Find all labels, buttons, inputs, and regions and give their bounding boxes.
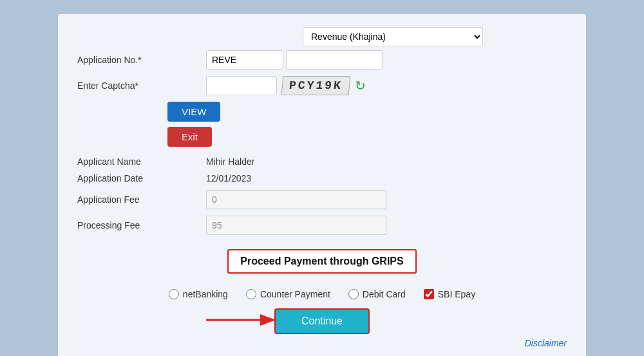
netbanking-label: netBanking <box>183 289 228 299</box>
application-no-row: Application No.* <box>77 50 567 70</box>
exit-button[interactable]: Exit <box>167 127 212 147</box>
sbiepay-label: SBI Epay <box>438 289 475 299</box>
application-no-part2[interactable] <box>286 50 383 70</box>
sbiepay-checkbox[interactable] <box>424 289 434 299</box>
captcha-inputs: PCY19K ↻ <box>206 76 366 95</box>
application-fee-row: Application Fee <box>77 190 567 209</box>
application-fee-label: Application Fee <box>77 194 206 205</box>
processing-fee-input[interactable] <box>206 216 386 235</box>
application-no-label: Application No.* <box>77 55 206 65</box>
captcha-row: Enter Captcha* PCY19K ↻ <box>77 76 567 95</box>
continue-button[interactable]: Continue <box>274 308 370 334</box>
debit-label: Debit Card <box>363 289 406 299</box>
main-panel: Revenue (Khajina) Application No.* Enter… <box>58 14 586 356</box>
disclaimer-link[interactable]: Disclaimer <box>77 338 567 348</box>
application-date-value: 12/01/2023 <box>206 173 251 183</box>
sbiepay-option: SBI Epay <box>424 289 475 299</box>
department-row: Revenue (Khajina) <box>77 27 567 46</box>
captcha-input[interactable] <box>206 76 277 95</box>
payment-options: netBanking Counter Payment Debit Card SB… <box>77 289 567 299</box>
view-button[interactable]: VIEW <box>167 102 220 122</box>
captcha-label: Enter Captcha* <box>77 80 206 91</box>
application-date-row: Application Date 12/01/2023 <box>77 173 567 183</box>
applicant-name-value: Mihir Halder <box>206 156 254 167</box>
counter-option: Counter Payment <box>246 289 330 299</box>
grips-button[interactable]: Proceed Payment through GRIPS <box>227 249 416 274</box>
captcha-image: PCY19K <box>281 76 350 95</box>
applicant-name-row: Applicant Name Mihir Halder <box>77 156 567 167</box>
netbanking-option: netBanking <box>169 289 228 299</box>
application-no-part1[interactable] <box>206 50 283 70</box>
continue-row: Continue <box>77 308 567 334</box>
processing-fee-label: Processing Fee <box>77 220 206 230</box>
grips-row: Proceed Payment through GRIPS <box>77 243 567 280</box>
department-select[interactable]: Revenue (Khajina) <box>303 27 483 46</box>
counter-label: Counter Payment <box>260 289 330 299</box>
applicant-name-label: Applicant Name <box>77 156 206 167</box>
refresh-icon[interactable]: ↻ <box>355 78 366 93</box>
counter-radio[interactable] <box>246 289 256 299</box>
processing-fee-row: Processing Fee <box>77 216 567 235</box>
debit-radio[interactable] <box>348 289 359 299</box>
application-fee-input[interactable] <box>206 190 386 209</box>
netbanking-radio[interactable] <box>169 289 179 299</box>
application-date-label: Application Date <box>77 173 206 183</box>
application-no-inputs <box>206 50 383 70</box>
debit-option: Debit Card <box>348 289 406 299</box>
arrow-container <box>206 308 283 334</box>
arrow-icon <box>206 308 283 332</box>
